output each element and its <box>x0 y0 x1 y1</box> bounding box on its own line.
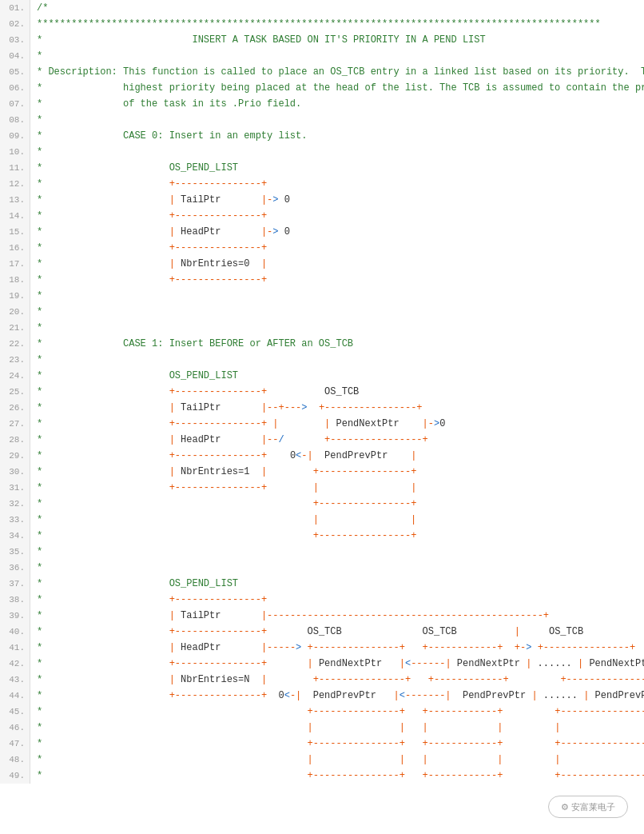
line-number: 06. <box>0 80 30 96</box>
line-content: * | | | | | | <box>30 752 644 768</box>
line-number: 45. <box>0 704 30 720</box>
line-content: * | NbrEntries=0 | <box>30 256 644 272</box>
line-number: 13. <box>0 192 30 208</box>
code-line: 13.* | TailPtr |-> 0 <box>0 192 644 208</box>
line-content: * +---------------+ <box>30 208 644 224</box>
code-line: 01./* <box>0 0 644 16</box>
line-content: * +---------------+ OS_TCB <box>30 384 644 400</box>
code-line: 23.* <box>0 352 644 368</box>
code-line: 27.* +---------------+ | | PendNextPtr |… <box>0 416 644 432</box>
code-line: 26.* | TailPtr |--+---> +---------------… <box>0 400 644 416</box>
code-line: 11.* OS_PEND_LIST <box>0 160 644 176</box>
code-line: 22.* CASE 1: Insert BEFORE or AFTER an O… <box>0 336 644 352</box>
line-content: * +---------------+ +------------+ +----… <box>30 736 644 752</box>
line-content: * +---------------+ 0<-| PendPrevPtr | <box>30 448 644 464</box>
code-line: 31.* +---------------+ | | <box>0 480 644 496</box>
line-number: 29. <box>0 448 30 464</box>
line-content: * <box>30 560 644 576</box>
code-line: 35.* <box>0 544 644 560</box>
line-number: 26. <box>0 400 30 416</box>
line-number: 36. <box>0 560 30 576</box>
code-line: 43.* | NbrEntries=N | +---------------+ … <box>0 672 644 688</box>
line-content: * OS_PEND_LIST <box>30 368 644 384</box>
line-content: * <box>30 288 644 304</box>
watermark-badge: ⚙ 安富莱电子 <box>548 796 628 818</box>
code-line: 21.* <box>0 320 644 336</box>
code-line: 46.* | | | | | | <box>0 720 644 736</box>
line-content: * | HeadPtr |-> 0 <box>30 224 644 240</box>
line-number: 03. <box>0 32 30 48</box>
line-number: 22. <box>0 336 30 352</box>
line-number: 44. <box>0 688 30 704</box>
code-line: 10.* <box>0 144 644 160</box>
code-line: 17.* | NbrEntries=0 | <box>0 256 644 272</box>
line-number: 12. <box>0 176 30 192</box>
code-container: 01./*02.********************************… <box>0 0 644 834</box>
line-number: 20. <box>0 304 30 320</box>
code-line: 09.* CASE 0: Insert in an empty list. <box>0 128 644 144</box>
line-number: 33. <box>0 512 30 528</box>
code-line: 07.* of the task in its .Prio field. <box>0 96 644 112</box>
line-number: 25. <box>0 384 30 400</box>
line-content: * +---------------+ | | <box>30 480 644 496</box>
code-line: 08.* <box>0 112 644 128</box>
line-content: * <box>30 352 644 368</box>
line-number: 48. <box>0 752 30 768</box>
line-content: * +---------------+ +------------+ +----… <box>30 704 644 720</box>
line-number: 17. <box>0 256 30 272</box>
line-number: 34. <box>0 528 30 544</box>
code-line: 30.* | NbrEntries=1 | +----------------+ <box>0 464 644 480</box>
code-line: 29.* +---------------+ 0<-| PendPrevPtr … <box>0 448 644 464</box>
line-content: * +---------------+ <box>30 272 644 288</box>
line-number: 23. <box>0 352 30 368</box>
code-line: 20.* <box>0 304 644 320</box>
line-number: 37. <box>0 576 30 592</box>
line-number: 40. <box>0 624 30 640</box>
code-line: 44.* +---------------+ 0<-| PendPrevPtr … <box>0 688 644 704</box>
line-number: 02. <box>0 16 30 32</box>
code-line: 19.* <box>0 288 644 304</box>
line-number: 11. <box>0 160 30 176</box>
line-content: /* <box>30 0 644 16</box>
code-line: 48.* | | | | | | <box>0 752 644 768</box>
line-number: 24. <box>0 368 30 384</box>
line-content: * +---------------+ <box>30 592 644 608</box>
line-content: * | HeadPtr |-----> +---------------+ +-… <box>30 640 644 656</box>
line-content: * <box>30 320 644 336</box>
line-number: 19. <box>0 288 30 304</box>
line-number: 30. <box>0 464 30 480</box>
line-number: 09. <box>0 128 30 144</box>
line-number: 18. <box>0 272 30 288</box>
code-line: 40.* +---------------+ OS_TCB OS_TCB | O… <box>0 624 644 640</box>
code-line: 39.* | TailPtr |------------------------… <box>0 608 644 624</box>
code-line: 41.* | HeadPtr |-----> +---------------+… <box>0 640 644 656</box>
line-number: 28. <box>0 432 30 448</box>
line-number: 43. <box>0 672 30 688</box>
line-content: * +---------------+ OS_TCB OS_TCB | OS_T… <box>30 624 644 640</box>
code-line: 38.* +---------------+ <box>0 592 644 608</box>
line-content: * | | | | | | <box>30 720 644 736</box>
line-content: * INSERT A TASK BASED ON IT'S PRIORITY I… <box>30 32 644 48</box>
line-content: * <box>30 112 644 128</box>
code-line: 05.* Description: This function is calle… <box>0 64 644 80</box>
code-line: 14.* +---------------+ <box>0 208 644 224</box>
code-line: 06.* highest priority being placed at th… <box>0 80 644 96</box>
line-content: * of the task in its .Prio field. <box>30 96 644 112</box>
line-content: * +---------------+ | | PendNextPtr |->0 <box>30 416 644 432</box>
line-content: * +---------------+ <box>30 240 644 256</box>
code-line: 33.* | | <box>0 512 644 528</box>
line-number: 14. <box>0 208 30 224</box>
line-number: 39. <box>0 608 30 624</box>
line-content: * highest priority being placed at the h… <box>30 80 644 96</box>
watermark: ⚙ 安富莱电子 <box>548 796 628 818</box>
line-content: * | NbrEntries=1 | +----------------+ <box>30 464 644 480</box>
line-content: * | HeadPtr |--/ +----------------+ <box>30 432 644 448</box>
code-line: 47.* +---------------+ +------------+ +-… <box>0 736 644 752</box>
line-number: 41. <box>0 640 30 656</box>
line-number: 35. <box>0 544 30 560</box>
line-number: 27. <box>0 416 30 432</box>
code-line: 42.* +---------------+ | PendNextPtr |<-… <box>0 656 644 672</box>
line-content: * | | <box>30 512 644 528</box>
code-line: 18.* +---------------+ <box>0 272 644 288</box>
line-content: * | NbrEntries=N | +---------------+ +--… <box>30 672 644 688</box>
